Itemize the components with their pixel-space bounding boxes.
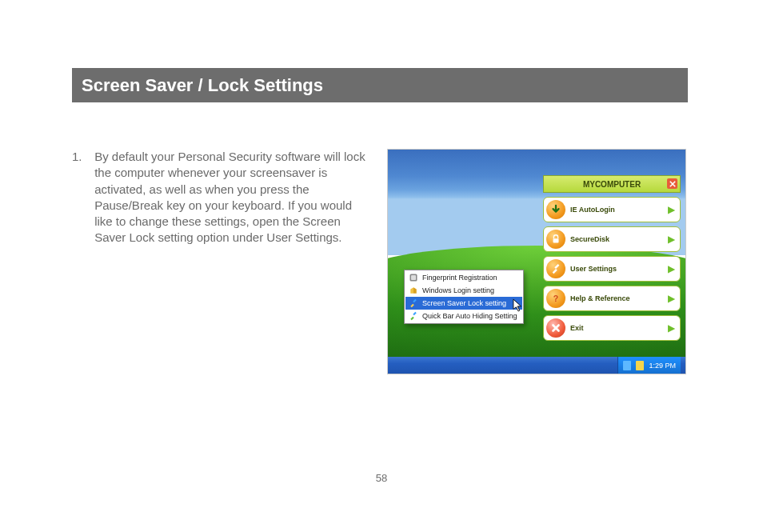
quickbar-panel: MYCOMPUTER IE AutoLogin ▶ S (543, 175, 681, 341)
quickbar-title: MYCOMPUTER (583, 180, 641, 189)
menu-item-quickbar-autohide[interactable]: Quick Bar Auto Hiding Setting (405, 310, 522, 322)
tray-icon[interactable] (636, 361, 644, 370)
page-number: 58 (0, 472, 763, 484)
chevron-right-icon: ▶ (668, 204, 675, 215)
tools-icon (546, 259, 565, 278)
quickbar-item-exit[interactable]: Exit ▶ (543, 315, 681, 341)
menu-item-label: Screen Saver Lock setting (422, 299, 506, 307)
windows-login-icon (409, 286, 418, 295)
menu-item-windows-login-setting[interactable]: Windows Login setting (405, 284, 522, 297)
user-settings-submenu: Fingerprint Registration Windows Login s… (404, 270, 524, 324)
svg-rect-2 (553, 238, 559, 242)
quickbar-item-ie-autologin[interactable]: IE AutoLogin ▶ (543, 197, 681, 222)
chevron-right-icon: ▶ (668, 234, 675, 245)
quickbar-item-help-reference[interactable]: ? Help & Reference ▶ (543, 286, 681, 311)
close-icon (669, 181, 676, 187)
download-arrow-icon (546, 200, 565, 219)
quickbar-item-label: Help & Reference (570, 294, 663, 302)
menu-item-screen-saver-lock-setting[interactable]: Screen Saver Lock setting (405, 297, 522, 310)
quickbar-item-securedisk[interactable]: SecureDisk ▶ (543, 226, 681, 252)
close-button[interactable] (667, 178, 677, 189)
step-text: By default your Personal Security softwa… (94, 149, 370, 246)
chevron-right-icon: ▶ (668, 322, 675, 334)
quickbar-item-label: IE AutoLogin (570, 206, 663, 214)
chevron-right-icon: ▶ (668, 263, 675, 274)
quickbar-header: MYCOMPUTER (543, 175, 681, 193)
quickbar-item-label: Exit (570, 324, 663, 332)
tray-icon[interactable] (623, 361, 631, 370)
question-icon: ? (546, 289, 565, 308)
taskbar-clock: 1:29 PM (649, 362, 676, 370)
svg-text:?: ? (553, 294, 558, 303)
quickbar-item-label: SecureDisk (570, 235, 663, 243)
fingerprint-icon (409, 273, 418, 282)
lock-icon (546, 230, 565, 249)
system-tray[interactable]: 1:29 PM (617, 357, 681, 374)
svg-rect-1 (411, 275, 416, 280)
menu-item-fingerprint-registration[interactable]: Fingerprint Registration (405, 271, 522, 284)
quickbar-item-label: User Settings (570, 265, 663, 273)
embedded-screenshot: Fingerprint Registration Windows Login s… (387, 149, 686, 374)
tools-icon (409, 311, 418, 321)
tools-icon (409, 298, 418, 308)
menu-item-label: Quick Bar Auto Hiding Setting (422, 312, 517, 320)
step-number: 1. (72, 149, 91, 165)
windows-taskbar[interactable]: 1:29 PM (388, 357, 685, 374)
quickbar-item-user-settings[interactable]: User Settings ▶ (543, 256, 681, 282)
x-icon (546, 318, 565, 338)
section-title: Screen Saver / Lock Settings (72, 68, 688, 102)
section-title-text: Screen Saver / Lock Settings (82, 75, 323, 96)
chevron-right-icon: ▶ (668, 293, 675, 304)
menu-item-label: Windows Login setting (422, 286, 494, 294)
menu-item-label: Fingerprint Registration (422, 274, 497, 282)
instruction-step: 1. By default your Personal Security sof… (72, 149, 376, 374)
